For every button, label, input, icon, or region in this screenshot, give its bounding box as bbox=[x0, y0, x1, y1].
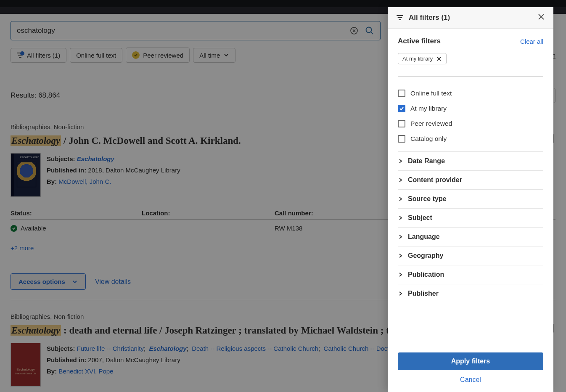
checkbox-label: Peer reviewed bbox=[410, 120, 452, 127]
cancel-button[interactable]: Cancel bbox=[398, 370, 543, 384]
expander-source-type[interactable]: Source type bbox=[398, 189, 543, 208]
expander-label: Subject bbox=[408, 214, 432, 222]
checkbox-label: At my library bbox=[410, 105, 447, 112]
expander-content-provider[interactable]: Content provider bbox=[398, 170, 543, 189]
panel-header: All filters (1) bbox=[388, 7, 553, 29]
checkbox-label: Online full text bbox=[410, 90, 452, 97]
checkbox-icon bbox=[398, 105, 405, 112]
expander-label: Source type bbox=[408, 195, 447, 203]
expander-date-range[interactable]: Date Range bbox=[398, 151, 543, 170]
expander-label: Language bbox=[408, 233, 440, 241]
expander-label: Publisher bbox=[408, 290, 439, 297]
panel-footer: Apply filters Cancel bbox=[388, 345, 553, 392]
checkbox-label: Catalog only bbox=[410, 135, 447, 143]
expander-publisher[interactable]: Publisher bbox=[398, 284, 543, 303]
filters-panel: All filters (1) Active filters Clear all… bbox=[388, 7, 553, 392]
checkbox-catalog-only[interactable]: Catalog only bbox=[398, 131, 543, 146]
panel-body: Active filters Clear all At my library O… bbox=[388, 29, 553, 345]
expander-language[interactable]: Language bbox=[398, 227, 543, 246]
expander-label: Publication bbox=[408, 271, 444, 278]
apply-filters-button[interactable]: Apply filters bbox=[398, 352, 543, 370]
checkbox-online-full-text[interactable]: Online full text bbox=[398, 86, 543, 101]
chevron-right-icon bbox=[398, 177, 403, 183]
panel-title: All filters (1) bbox=[409, 13, 450, 22]
checkbox-icon bbox=[398, 120, 405, 127]
filter-icon bbox=[396, 14, 404, 21]
checkbox-peer-reviewed[interactable]: Peer reviewed bbox=[398, 116, 543, 131]
active-filter-chip[interactable]: At my library bbox=[398, 53, 447, 64]
chevron-right-icon bbox=[398, 291, 403, 296]
close-icon[interactable] bbox=[537, 13, 545, 22]
chevron-right-icon bbox=[398, 215, 403, 220]
chevron-right-icon bbox=[398, 159, 403, 164]
expander-geography[interactable]: Geography bbox=[398, 246, 543, 265]
divider bbox=[398, 76, 543, 77]
expander-label: Content provider bbox=[408, 176, 462, 184]
chip-label: At my library bbox=[402, 56, 433, 62]
active-filters-label: Active filters bbox=[398, 37, 441, 45]
clear-all-link[interactable]: Clear all bbox=[520, 38, 543, 45]
checkbox-icon bbox=[398, 90, 405, 97]
checkbox-at-my-library[interactable]: At my library bbox=[398, 101, 543, 116]
close-icon[interactable] bbox=[436, 56, 442, 62]
expander-list: Date Range Content provider Source type … bbox=[398, 151, 543, 303]
checkbox-icon bbox=[398, 135, 405, 143]
chevron-right-icon bbox=[398, 196, 403, 201]
expander-label: Geography bbox=[408, 252, 443, 260]
expander-label: Date Range bbox=[408, 157, 445, 165]
chevron-right-icon bbox=[398, 253, 403, 258]
expander-publication[interactable]: Publication bbox=[398, 265, 543, 284]
expander-subject[interactable]: Subject bbox=[398, 208, 543, 227]
chevron-right-icon bbox=[398, 234, 403, 239]
chevron-right-icon bbox=[398, 272, 403, 277]
